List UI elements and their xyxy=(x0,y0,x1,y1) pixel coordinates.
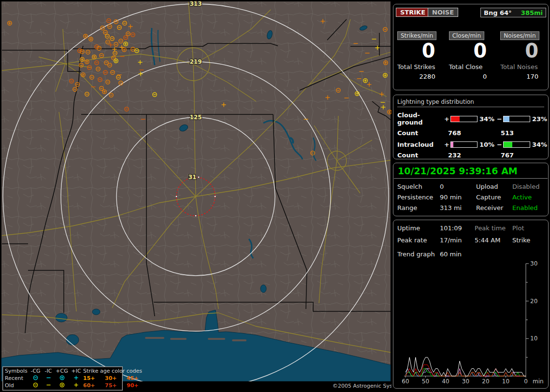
capture-label: Capture xyxy=(476,194,512,201)
cg-neg-old-icon xyxy=(29,382,42,389)
ic-pos-bar xyxy=(450,141,478,148)
strike-trend-chart: 1020306050403020100min xyxy=(393,259,549,388)
capture-status: Active xyxy=(512,194,548,201)
bearing-indicator: Bng 64° 385mi xyxy=(480,8,546,17)
persistence-value: 90 min xyxy=(440,194,476,201)
cg-neg-bar xyxy=(503,116,530,122)
cloud-ground-label: Cloud-ground xyxy=(397,112,444,126)
minus-sign: − xyxy=(497,141,503,148)
noises-per-min-chip[interactable]: Noises/min xyxy=(500,31,539,40)
cg-pos-recent-icon xyxy=(55,375,69,382)
svg-text:31: 31 xyxy=(188,174,197,181)
datetime-display: 10/21/2025 9:39:16 AM xyxy=(394,163,548,179)
svg-text:125: 125 xyxy=(189,114,202,121)
svg-text:50: 50 xyxy=(422,378,429,385)
ic-neg-recent-icon xyxy=(42,375,55,382)
svg-text:219: 219 xyxy=(189,58,202,65)
lightning-map[interactable]: 31321912531 ©2005 Astrogenic Systems xyxy=(0,0,391,392)
range-label: Range xyxy=(397,204,440,211)
ic-neg-pct: 34% xyxy=(530,141,550,148)
peak-rate-label: Peak rate xyxy=(397,237,440,244)
age-code-90: 90+ xyxy=(127,382,146,389)
cloud-ground-count-row: Count 768 513 xyxy=(397,129,548,137)
persistence-label: Persistence xyxy=(397,194,440,201)
peak-time-value: 5:44 AM xyxy=(475,237,512,244)
legend-col-ic-neg: -IC xyxy=(42,367,55,375)
legend-col-ic-pos: +IC xyxy=(69,367,83,375)
age-code-15: 15+ xyxy=(83,375,105,382)
intracloud-row: Intracloud + 10% − 34% xyxy=(397,141,548,148)
trend-panel: Uptime 101:09 Peak time Plot Peak rate 1… xyxy=(393,220,549,389)
uptime-label: Uptime xyxy=(397,224,440,232)
total-noises-label: Total Noises xyxy=(496,63,548,70)
upload-status: Disabled xyxy=(512,183,548,190)
count-label: Count xyxy=(397,129,444,137)
cg-pos-bar-fill xyxy=(451,116,460,122)
ic-neg-old-icon xyxy=(42,382,55,389)
cg-pos-count: 768 xyxy=(444,129,497,137)
squelch-value: 0 xyxy=(440,183,476,190)
svg-text:min: min xyxy=(533,378,544,385)
svg-text:60: 60 xyxy=(402,378,409,385)
total-noises-value: 170 xyxy=(496,73,548,80)
legend-recent-label: Recent xyxy=(5,375,29,382)
svg-text:313: 313 xyxy=(189,0,202,7)
status-panel: 10/21/2025 9:39:16 AM Squelch 0 Upload D… xyxy=(393,163,549,216)
squelch-label: Squelch xyxy=(397,183,440,190)
lake xyxy=(66,335,79,345)
age-code-60: 60+ xyxy=(83,382,105,389)
total-strikes-value: 2280 xyxy=(393,73,445,80)
map-legend: Symbols -CG -IC +CG +IC Strike age color… xyxy=(2,366,123,391)
cg-pos-pct: 34% xyxy=(478,115,497,123)
age-code-75: 75+ xyxy=(105,382,127,389)
count-label: Count xyxy=(397,152,444,159)
strikes-per-min-counter: Strikes/min 0 Total Strikes 2280 xyxy=(393,30,445,87)
ic-neg-bar-fill xyxy=(504,142,512,147)
strikes-per-min-chip[interactable]: Strikes/min xyxy=(397,31,436,40)
close-per-min-counter: Close/min 0 Total Close 0 xyxy=(445,30,497,87)
svg-text:20: 20 xyxy=(482,378,489,385)
strike-counter-panel: STRIKE NOISE Bng 64° 385mi Strikes/min 0… xyxy=(393,4,549,90)
peak-rate-value: 17/min xyxy=(440,237,475,244)
legend-age-header: Strike age color codes xyxy=(83,367,146,375)
lightning-distribution-panel: Lightning type distribution Cloud-ground… xyxy=(393,95,549,159)
ic-neg-bar xyxy=(503,141,530,148)
lake xyxy=(56,313,67,322)
distribution-header: Lightning type distribution xyxy=(397,98,544,107)
legend-col-cg-neg: -CG xyxy=(29,367,42,375)
plot-value: Strike xyxy=(512,237,548,244)
range-value: 313 mi xyxy=(440,204,476,211)
svg-text:20: 20 xyxy=(530,298,537,305)
receiver-label: Receiver xyxy=(476,204,512,211)
close-per-min-value: 0 xyxy=(445,41,497,60)
lake xyxy=(261,285,266,293)
noise-button[interactable]: NOISE xyxy=(428,8,458,17)
cg-neg-recent-icon xyxy=(29,375,42,382)
copyright-text: ©2005 Astrogenic Systems xyxy=(333,383,391,389)
total-close-label: Total Close xyxy=(445,63,497,70)
cg-neg-pct: 23% xyxy=(530,115,550,123)
bearing-label: Bng 64° xyxy=(484,9,512,16)
ic-pos-bar-fill xyxy=(451,142,453,147)
ic-pos-pct: 10% xyxy=(478,141,497,148)
lake xyxy=(92,309,100,315)
cg-pos-bar xyxy=(450,116,478,122)
total-strikes-label: Total Strikes xyxy=(393,63,445,70)
bearing-distance: 385mi xyxy=(521,9,543,16)
noises-per-min-value: 0 xyxy=(496,41,548,60)
cloud-ground-row: Cloud-ground + 34% − 23% xyxy=(397,112,548,126)
close-per-min-chip[interactable]: Close/min xyxy=(449,31,484,40)
plus-sign: + xyxy=(444,141,450,148)
plot-header: Plot xyxy=(512,224,548,232)
cg-neg-bar-fill xyxy=(504,116,509,122)
cg-neg-count: 513 xyxy=(497,129,550,137)
age-code-30: 30+ xyxy=(105,375,127,382)
ic-pos-recent-icon xyxy=(69,375,83,382)
svg-text:30: 30 xyxy=(462,378,469,385)
minus-sign: − xyxy=(497,115,503,123)
intracloud-label: Intracloud xyxy=(397,141,444,148)
legend-symbols-header: Symbols xyxy=(5,367,29,375)
receiver-status: Enabled xyxy=(512,204,548,211)
plus-sign: + xyxy=(444,115,450,123)
strike-button[interactable]: STRIKE xyxy=(396,8,430,17)
